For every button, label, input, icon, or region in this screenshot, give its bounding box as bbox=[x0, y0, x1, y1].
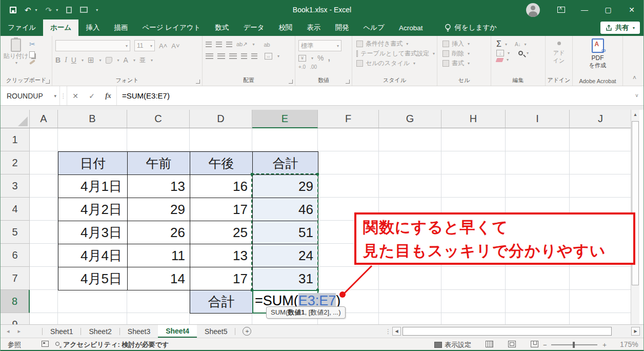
column-header-j[interactable]: J bbox=[570, 110, 632, 128]
cell-d5[interactable]: 25 bbox=[190, 221, 253, 244]
column-header-b[interactable]: B bbox=[58, 110, 127, 128]
autosum-icon[interactable]: Σ bbox=[496, 40, 501, 49]
column-header-h[interactable]: H bbox=[441, 110, 506, 128]
cell-d4[interactable]: 17 bbox=[190, 198, 253, 221]
cell-b3[interactable]: 4月1日 bbox=[58, 175, 128, 198]
display-settings-button[interactable]: 表示設定 bbox=[434, 340, 471, 349]
zoom-out-icon[interactable]: − bbox=[543, 341, 547, 349]
column-header-f[interactable]: F bbox=[318, 110, 379, 128]
name-box-dropdown-icon[interactable]: ▾ bbox=[54, 93, 56, 99]
cell-c5[interactable]: 26 bbox=[128, 221, 190, 244]
enter-formula-button[interactable]: ✓ bbox=[84, 92, 100, 100]
tab-file[interactable]: ファイル bbox=[1, 20, 43, 36]
row-header-9[interactable]: 9 bbox=[1, 313, 30, 324]
insert-function-button[interactable]: fx bbox=[100, 92, 116, 100]
tab-formulas[interactable]: 数式 bbox=[208, 20, 236, 36]
column-header-e[interactable]: E bbox=[252, 110, 318, 128]
cell-c4[interactable]: 29 bbox=[128, 198, 190, 221]
share-button[interactable]: 共有 ▾ bbox=[600, 22, 640, 34]
expand-formula-bar-icon[interactable]: ˅ bbox=[630, 86, 643, 105]
tab-review[interactable]: 校閲 bbox=[272, 20, 300, 36]
header-cell-total[interactable]: 合計 bbox=[253, 152, 318, 175]
alignment-dialog-launcher[interactable] bbox=[289, 80, 293, 84]
sheet-nav-next-icon[interactable]: ▸ bbox=[18, 328, 21, 335]
save-icon[interactable] bbox=[10, 7, 16, 13]
horizontal-scrollbar-thumb[interactable] bbox=[402, 327, 612, 336]
cell-c3[interactable]: 13 bbox=[128, 175, 190, 198]
header-cell-pm[interactable]: 午後 bbox=[190, 152, 253, 175]
row-header-6[interactable]: 6 bbox=[1, 244, 30, 267]
page-layout-view-button[interactable] bbox=[508, 341, 516, 347]
normal-view-button[interactable] bbox=[486, 341, 493, 347]
row-header-2[interactable]: 2 bbox=[1, 151, 30, 174]
cell-d3[interactable]: 16 bbox=[190, 175, 253, 198]
new-sheet-button[interactable]: ＋ bbox=[243, 327, 251, 336]
tab-developer[interactable]: 開発 bbox=[328, 20, 356, 36]
cell-c7[interactable]: 14 bbox=[128, 267, 190, 290]
sheet-tab-sheet2[interactable]: Sheet2 bbox=[81, 325, 119, 338]
cell-e6[interactable]: 24 bbox=[253, 244, 318, 267]
clipboard-dialog-launcher[interactable] bbox=[46, 80, 50, 84]
page-break-view-button[interactable] bbox=[531, 341, 538, 347]
undo-icon[interactable]: ↶ bbox=[25, 6, 31, 14]
cell-d7[interactable]: 17 bbox=[190, 267, 253, 290]
row-header-1[interactable]: 1 bbox=[1, 128, 30, 151]
column-header-i[interactable]: I bbox=[506, 110, 570, 128]
column-header-d[interactable]: D bbox=[190, 110, 252, 128]
collapse-ribbon-icon[interactable]: ˄ bbox=[633, 74, 636, 82]
formula-input[interactable]: =SUM(E3:E7) bbox=[117, 86, 630, 105]
tab-page-layout[interactable]: ページ レイアウト bbox=[135, 20, 208, 36]
accessibility-checker[interactable]: アクセシビリティ: 検討が必要です bbox=[54, 340, 169, 349]
close-button[interactable]: ✕ bbox=[620, 0, 643, 20]
find-select-icon[interactable] bbox=[518, 51, 523, 55]
sheet-tab-sheet1[interactable]: Sheet1 bbox=[43, 325, 80, 338]
cell-d8-total-label[interactable]: 合計 bbox=[190, 290, 253, 314]
select-all-corner[interactable] bbox=[1, 110, 30, 128]
cell-c6[interactable]: 11 bbox=[128, 244, 190, 267]
cell-e7[interactable]: 31 bbox=[253, 267, 318, 290]
name-box[interactable]: ROUNDUP ▾ bbox=[1, 86, 60, 105]
cell-d6[interactable]: 13 bbox=[190, 244, 253, 267]
header-cell-am[interactable]: 午前 bbox=[128, 152, 190, 175]
cell-b5[interactable]: 4月3日 bbox=[58, 221, 128, 244]
zoom-slider-thumb[interactable] bbox=[573, 342, 575, 348]
font-dialog-launcher[interactable] bbox=[196, 80, 200, 84]
tab-home[interactable]: ホーム bbox=[43, 20, 78, 36]
cancel-formula-button[interactable]: ✕ bbox=[67, 92, 84, 100]
tab-data[interactable]: データ bbox=[236, 20, 271, 36]
scrollbar-resize-grip[interactable]: ⋮ bbox=[385, 328, 391, 335]
tab-view[interactable]: 表示 bbox=[300, 20, 328, 36]
row-header-4[interactable]: 4 bbox=[1, 198, 30, 221]
tell-me-box[interactable]: 何をしますか bbox=[445, 20, 497, 36]
cell-e5[interactable]: 51 bbox=[253, 221, 318, 244]
column-header-g[interactable]: G bbox=[379, 110, 441, 128]
sheet-tab-sheet4[interactable]: Sheet4 bbox=[158, 325, 197, 338]
cell-b4[interactable]: 4月2日 bbox=[58, 198, 128, 221]
row-header-7[interactable]: 7 bbox=[1, 267, 30, 290]
zoom-level[interactable]: 175% bbox=[620, 340, 638, 348]
cell-b6[interactable]: 4月4日 bbox=[58, 244, 128, 267]
zoom-in-icon[interactable]: ＋ bbox=[601, 340, 608, 349]
ribbon-display-options-button[interactable] bbox=[549, 0, 573, 20]
account-avatar[interactable] bbox=[526, 3, 540, 17]
tab-help[interactable]: ヘルプ bbox=[356, 20, 392, 36]
header-cell-date[interactable]: 日付 bbox=[58, 152, 128, 175]
sheet-nav-prev-icon[interactable]: ◂ bbox=[7, 328, 10, 335]
minimize-button[interactable]: — bbox=[573, 0, 596, 20]
scroll-left-button[interactable]: ◀ bbox=[392, 327, 401, 336]
row-header-5[interactable]: 5 bbox=[1, 221, 30, 244]
create-pdf-button[interactable]: PDF を作成 bbox=[575, 38, 620, 69]
cell-e4[interactable]: 46 bbox=[253, 198, 318, 221]
number-dialog-launcher[interactable] bbox=[346, 80, 350, 84]
tab-insert[interactable]: 挿入 bbox=[78, 20, 107, 36]
column-header-c[interactable]: C bbox=[127, 110, 190, 128]
column-header-a[interactable]: A bbox=[30, 110, 58, 128]
macro-record-icon[interactable] bbox=[42, 341, 49, 347]
sheet-tab-sheet5[interactable]: Sheet5 bbox=[197, 325, 235, 338]
sheet-tab-sheet3[interactable]: Sheet3 bbox=[120, 325, 158, 338]
row-header-3[interactable]: 3 bbox=[1, 174, 30, 198]
zoom-slider-track[interactable] bbox=[551, 344, 597, 345]
cell-e3[interactable]: 29 bbox=[253, 175, 318, 198]
tab-draw[interactable]: 描画 bbox=[107, 20, 135, 36]
customize-qat-icon[interactable]: ▾ bbox=[96, 8, 98, 12]
